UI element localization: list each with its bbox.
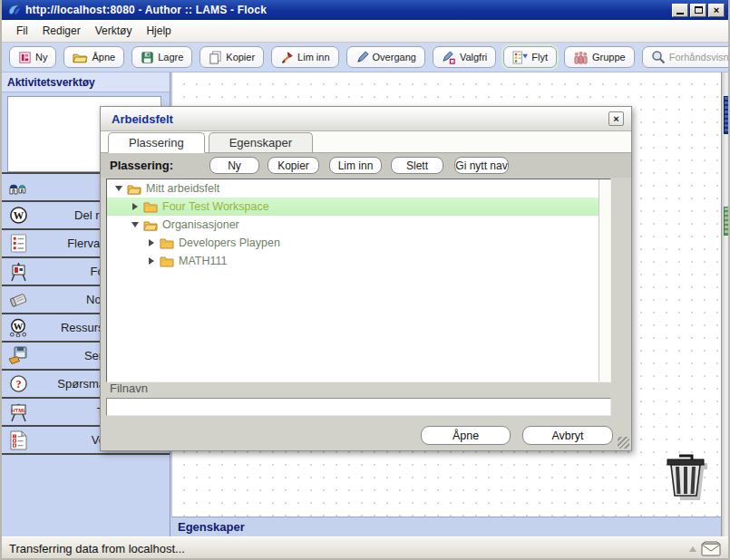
chevron-right-icon[interactable] [131, 203, 140, 210]
tab-egenskaper[interactable]: Egenskaper [209, 132, 313, 153]
flow-button-label: Flyt [531, 52, 548, 63]
paste-button-label: Lim inn [297, 52, 329, 63]
resize-grip[interactable] [618, 437, 629, 449]
share-resources-icon: W [7, 206, 29, 225]
chevron-down-icon[interactable] [114, 186, 123, 191]
tree-row-developers-playpen[interactable]: Developers Playpen [107, 234, 599, 252]
folder-icon [160, 256, 174, 267]
tree-paste-button[interactable]: Lim inn [329, 157, 382, 174]
group-button[interactable]: Gruppe [564, 46, 635, 68]
title-bar: http://localhost:8080 - Author :: LAMS -… [2, 0, 728, 20]
menu-bar: Fil Rediger Verktøy Hjelp [2, 20, 728, 43]
svg-text:W: W [13, 210, 24, 221]
chevron-right-icon[interactable] [147, 257, 156, 265]
chevron-right-icon[interactable] [147, 239, 156, 246]
dialog-close-button[interactable]: × [608, 111, 624, 126]
close-button[interactable]: × [708, 4, 725, 17]
folder-icon [143, 201, 158, 213]
menu-rediger[interactable]: Rediger [43, 24, 81, 37]
tree-delete-button[interactable]: Slett [391, 157, 443, 174]
open-folder-icon [73, 51, 88, 63]
open-folder-icon [143, 219, 158, 231]
filename-input[interactable] [106, 398, 611, 416]
optional-button-label: Valgfri [460, 52, 487, 63]
save-icon [141, 51, 154, 64]
notebook-icon [7, 291, 29, 309]
browser-window: http://localhost:8080 - Author :: LAMS -… [0, 0, 730, 560]
maximize-button[interactable] [690, 4, 706, 17]
preview-button[interactable]: Forhåndsvisning [642, 46, 730, 68]
trash-icon[interactable] [661, 449, 715, 504]
tab-plassering[interactable]: Plassering [108, 132, 205, 153]
dialog-tabs: Plassering Egenskaper [101, 131, 631, 153]
status-text: Transferring data from localhost... [9, 542, 185, 555]
scrollbar-mark [724, 207, 730, 236]
vertical-scrollbar[interactable] [721, 72, 730, 536]
tree-node-label[interactable]: Developers Playpen [179, 237, 280, 249]
paste-brush-icon [280, 51, 294, 64]
open-folder-icon [127, 183, 141, 195]
tree-copy-button[interactable]: Kopier [268, 157, 319, 174]
open-dialog-button[interactable]: Åpne [421, 426, 511, 445]
magnifier-icon [651, 50, 666, 64]
tree-node-label[interactable]: Four Test Workspace [162, 200, 269, 213]
scrollbar-thumb[interactable] [724, 96, 730, 134]
properties-bar[interactable]: Egenskaper [171, 517, 721, 536]
menu-hjelp[interactable]: Hjelp [146, 24, 170, 37]
toolbar: Ny Åpne Lagre Kopier Lim inn Overgang Va… [2, 43, 728, 72]
dialog-title-bar[interactable]: Arbeidsfelt × [101, 107, 631, 131]
open-button-label: Åpne [92, 52, 115, 63]
tree-row-four-test-workspace[interactable]: Four Test Workspace [107, 198, 599, 216]
new-button[interactable]: Ny [9, 46, 56, 68]
save-button-label: Lagre [158, 52, 183, 63]
svg-text:HTML: HTML [11, 407, 26, 412]
tree-new-button[interactable]: Ny [209, 157, 259, 174]
flow-icon [512, 51, 528, 64]
svg-text:?: ? [15, 378, 21, 391]
copy-icon [209, 51, 222, 64]
tree-node-label[interactable]: MATH111 [179, 255, 228, 267]
workspace-dialog: Arbeidsfelt × Plassering Egenskaper Plas… [100, 106, 632, 451]
transition-button-label: Overgang [373, 52, 416, 63]
status-bar: Transferring data from localhost... [2, 536, 728, 560]
paste-button[interactable]: Lim inn [271, 46, 338, 68]
whiteboard-icon: HTML [7, 402, 29, 422]
menu-fil[interactable]: Fil [16, 24, 28, 37]
tree-node-label[interactable]: Mitt arbeidsfelt [146, 182, 219, 195]
tree-row-mitt-arbeidsfelt[interactable]: Mitt arbeidsfelt [107, 179, 599, 198]
new-icon [18, 51, 32, 64]
chat-icon [7, 179, 29, 197]
cancel-dialog-button[interactable]: Avbryt [522, 426, 613, 445]
svg-text:W: W [14, 322, 24, 332]
close-icon: × [714, 6, 719, 14]
tree-rename-button[interactable]: Gi nytt nav [454, 157, 509, 174]
menu-verktoy[interactable]: Verktøy [95, 24, 132, 37]
minimize-button[interactable] [672, 4, 688, 17]
pencil-icon [355, 51, 369, 64]
transition-button[interactable]: Overgang [346, 46, 425, 68]
flow-button[interactable]: Flyt [503, 46, 557, 68]
resize-triangle-icon [689, 546, 696, 552]
flock-icon [7, 3, 22, 17]
voting-icon [7, 430, 29, 450]
optional-button[interactable]: Valgfri [433, 46, 496, 68]
copy-button-label: Kopier [226, 52, 255, 63]
window-title: http://localhost:8080 - Author :: LAMS -… [25, 4, 672, 16]
maximize-icon [695, 6, 703, 14]
tree-row-organisasjoner[interactable]: Organisasjoner [107, 216, 599, 234]
forum-icon [7, 262, 29, 282]
tree-node-label[interactable]: Organisasjoner [162, 218, 239, 231]
tree-row-math111[interactable]: MATH111 [107, 252, 599, 270]
chevron-down-icon[interactable] [131, 222, 140, 227]
group-icon [573, 51, 589, 64]
new-button-label: Ny [35, 52, 47, 63]
tree-scrollbar[interactable] [599, 179, 610, 381]
mail-icon[interactable] [701, 541, 721, 556]
copy-button[interactable]: Kopier [200, 46, 264, 68]
multiple-choice-icon [7, 234, 29, 253]
submit-icon [7, 346, 29, 365]
save-button[interactable]: Lagre [131, 46, 192, 68]
resources-icon: W [7, 318, 29, 337]
open-button[interactable]: Åpne [63, 46, 124, 68]
preview-button-label: Forhåndsvisning [669, 52, 730, 63]
